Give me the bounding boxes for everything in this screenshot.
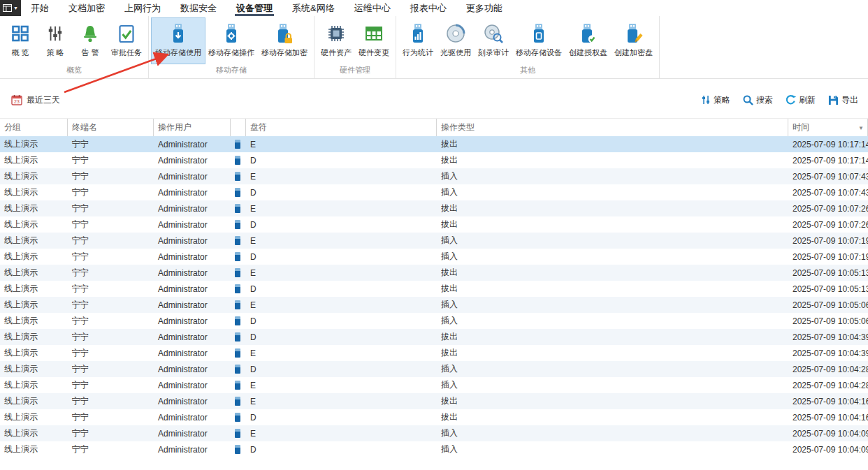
table-row[interactable]: 线上演示 宁宁 Administrator E 插入 2025-07-09 10… xyxy=(0,233,868,249)
usb-operation-button[interactable]: 移动存储操作 xyxy=(205,18,258,64)
table-row[interactable]: 线上演示 宁宁 Administrator D 拔出 2025-07-09 10… xyxy=(0,281,868,297)
create-encrypt-disk-button[interactable]: 创建加密盘 xyxy=(611,18,656,64)
menu-tab-web-behavior[interactable]: 上网行为 xyxy=(115,0,171,16)
menu-tab-start[interactable]: 开始 xyxy=(21,0,59,16)
table-row[interactable]: 线上演示 宁宁 Administrator D 插入 2025-07-09 10… xyxy=(0,313,868,329)
table-row[interactable]: 线上演示 宁宁 Administrator E 拔出 2025-07-09 10… xyxy=(0,200,868,216)
cell-usb-icon xyxy=(231,377,246,393)
table-row[interactable]: 线上演示 宁宁 Administrator D 拔出 2025-07-09 10… xyxy=(0,216,868,233)
cell-action: 插入 xyxy=(437,249,788,265)
table-row[interactable]: 线上演示 宁宁 Administrator E 拔出 2025-07-09 10… xyxy=(0,345,868,361)
menu-tab-more-functions[interactable]: 更多功能 xyxy=(456,0,512,16)
menu-tab-report-center[interactable]: 报表中心 xyxy=(400,0,456,16)
table-row[interactable]: 线上演示 宁宁 Administrator D 拔出 2025-07-09 10… xyxy=(0,152,868,168)
cell-time: 2025-07-09 10:17:14 xyxy=(788,136,868,152)
cell-action: 拔出 xyxy=(437,216,788,233)
cell-group: 线上演示 xyxy=(0,425,68,441)
cell-time: 2025-07-09 10:05:06 xyxy=(788,313,868,329)
cell-drive: D xyxy=(246,184,437,200)
column-header-action[interactable]: 操作类型 xyxy=(437,119,788,136)
cell-group: 线上演示 xyxy=(0,184,68,200)
table-row[interactable]: 线上演示 宁宁 Administrator D 插入 2025-07-09 10… xyxy=(0,441,868,457)
cell-time: 2025-07-09 10:07:43 xyxy=(788,184,868,200)
cell-drive: D xyxy=(246,249,437,265)
cell-time: 2025-07-09 10:04:39 xyxy=(788,345,868,361)
date-filter[interactable]: 23 最近三天 xyxy=(11,94,60,106)
table-body: 线上演示 宁宁 Administrator E 拔出 2025-07-09 10… xyxy=(0,136,868,457)
column-menu-arrow[interactable]: ▼ xyxy=(858,125,864,131)
policy-filter-button[interactable]: 策略 xyxy=(701,94,730,106)
menu-tab-ops-center[interactable]: 运维中心 xyxy=(345,0,400,16)
app-menu-button[interactable]: ▼ xyxy=(0,0,21,16)
usb-drive-icon xyxy=(235,252,240,261)
column-header-time[interactable]: 时间 xyxy=(788,119,868,136)
cell-action: 插入 xyxy=(437,425,788,441)
cell-time: 2025-07-09 10:07:26 xyxy=(788,200,868,216)
usb-device-button[interactable]: 移动存储设备 xyxy=(512,18,565,64)
cell-group: 线上演示 xyxy=(0,409,68,425)
column-header-terminal[interactable]: 终端名 xyxy=(68,119,154,136)
column-header-drive[interactable]: 盘符 xyxy=(246,119,437,136)
table-row[interactable]: 线上演示 宁宁 Administrator D 插入 2025-07-09 10… xyxy=(0,184,868,200)
table-row[interactable]: 线上演示 宁宁 Administrator D 拔出 2025-07-09 10… xyxy=(0,409,868,425)
column-header-icon[interactable] xyxy=(231,119,246,136)
policy-button[interactable]: 策 略 xyxy=(38,18,73,64)
ribbon-group-removable-storage: 移动存储使用 移动存储操作 移动存储加密 移动存储 xyxy=(149,16,314,78)
alert-bell-icon xyxy=(81,21,99,46)
cell-terminal: 宁宁 xyxy=(68,345,154,361)
hardware-change-button[interactable]: 硬件变更 xyxy=(355,18,393,64)
usb-usage-button[interactable]: 移动存储使用 xyxy=(152,18,205,64)
group-label-overview: 概览 xyxy=(0,64,148,78)
table-row[interactable]: 线上演示 宁宁 Administrator E 插入 2025-07-09 10… xyxy=(0,168,868,184)
cell-terminal: 宁宁 xyxy=(68,233,154,249)
cell-time: 2025-07-09 10:07:43 xyxy=(788,168,868,184)
approval-tasks-button[interactable]: 审批任务 xyxy=(108,18,145,64)
cell-terminal: 宁宁 xyxy=(68,441,154,457)
export-button[interactable]: 导出 xyxy=(828,94,858,106)
cd-usage-button[interactable]: 光驱使用 xyxy=(437,18,475,64)
ribbon: 概 览 策 略 告 警 审批任务 概览 xyxy=(0,16,868,79)
table-row[interactable]: 线上演示 宁宁 Administrator D 插入 2025-07-09 10… xyxy=(0,361,868,377)
policy-sliders-icon xyxy=(47,21,64,46)
cell-usb-icon xyxy=(231,345,246,361)
overview-button[interactable]: 概 览 xyxy=(3,18,38,64)
cell-time: 2025-07-09 10:04:28 xyxy=(788,377,868,393)
cell-user: Administrator xyxy=(154,265,231,281)
menu-tab-device-management[interactable]: 设备管理 xyxy=(226,0,282,16)
usb-drive-icon xyxy=(235,429,240,438)
behavior-stats-button[interactable]: 行为统计 xyxy=(399,18,437,64)
chevron-down-icon: ▼ xyxy=(13,6,18,10)
usb-drive-icon xyxy=(235,220,240,229)
ribbon-group-other: 行为统计 光驱使用 刻录审计 移动存储设备 xyxy=(396,16,660,78)
search-button[interactable]: 搜索 xyxy=(743,94,773,106)
table-row[interactable]: 线上演示 宁宁 Administrator D 插入 2025-07-09 10… xyxy=(0,249,868,265)
cell-action: 插入 xyxy=(437,441,788,457)
alert-button[interactable]: 告 警 xyxy=(73,18,108,64)
table-row[interactable]: 线上演示 宁宁 Administrator D 拔出 2025-07-09 10… xyxy=(0,329,868,345)
table-row[interactable]: 线上演示 宁宁 Administrator E 插入 2025-07-09 10… xyxy=(0,377,868,393)
cell-time: 2025-07-09 10:07:26 xyxy=(788,216,868,233)
cell-user: Administrator xyxy=(154,297,231,313)
menu-tab-doc-encrypt[interactable]: 文档加密 xyxy=(59,0,115,16)
usb-encrypt-button[interactable]: 移动存储加密 xyxy=(258,18,311,64)
menu-tab-data-security[interactable]: 数据安全 xyxy=(171,0,226,16)
table-row[interactable]: 线上演示 宁宁 Administrator E 拔出 2025-07-09 10… xyxy=(0,393,868,409)
cell-drive: E xyxy=(246,345,437,361)
cell-user: Administrator xyxy=(154,329,231,345)
burn-audit-button[interactable]: 刻录审计 xyxy=(475,18,512,64)
column-header-user[interactable]: 操作用户 xyxy=(154,119,231,136)
table-row[interactable]: 线上演示 宁宁 Administrator E 拔出 2025-07-09 10… xyxy=(0,265,868,281)
cell-action: 插入 xyxy=(437,297,788,313)
cell-terminal: 宁宁 xyxy=(68,409,154,425)
table-row[interactable]: 线上演示 宁宁 Administrator E 插入 2025-07-09 10… xyxy=(0,297,868,313)
table-row[interactable]: 线上演示 宁宁 Administrator E 插入 2025-07-09 10… xyxy=(0,425,868,441)
table-row[interactable]: 线上演示 宁宁 Administrator E 拔出 2025-07-09 10… xyxy=(0,136,868,152)
column-header-group[interactable]: 分组 xyxy=(0,119,68,136)
create-auth-disk-button[interactable]: 创建授权盘 xyxy=(565,18,611,64)
cell-group: 线上演示 xyxy=(0,441,68,457)
hardware-asset-button[interactable]: 硬件资产 xyxy=(317,18,355,64)
menu-tab-system-network[interactable]: 系统&网络 xyxy=(282,0,345,16)
cell-time: 2025-07-09 10:07:19 xyxy=(788,233,868,249)
cell-terminal: 宁宁 xyxy=(68,152,154,168)
refresh-button[interactable]: 刷新 xyxy=(786,94,816,106)
